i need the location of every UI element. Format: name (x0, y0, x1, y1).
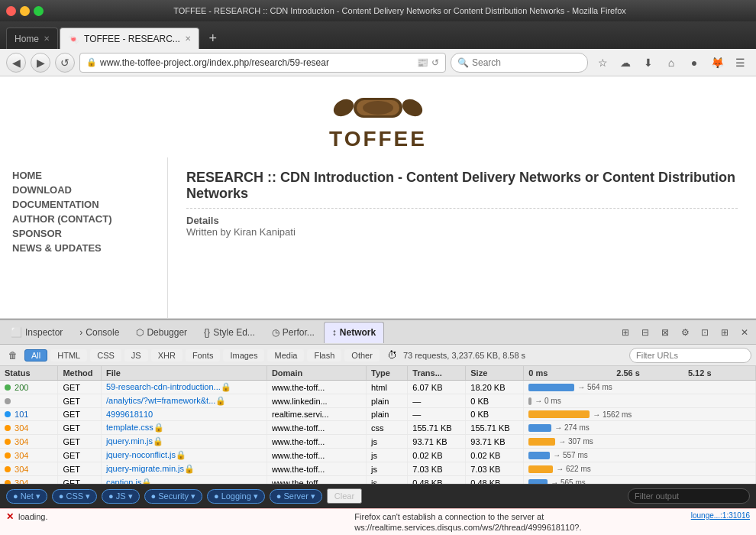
col-method[interactable]: Method (58, 366, 102, 381)
filter-js[interactable]: JS (124, 349, 148, 362)
synced-icon[interactable]: ☁ (615, 53, 635, 73)
undock-button[interactable]: ⊞ (716, 324, 733, 341)
back-button[interactable]: ◀ (6, 53, 26, 73)
tab-network[interactable]: ↕ Network (324, 322, 384, 343)
col-transfer[interactable]: Trans... (408, 366, 466, 381)
maximize-button[interactable] (34, 6, 44, 16)
col-status[interactable]: Status (0, 366, 58, 381)
cell-file[interactable]: /analytics/?wt=framework&t...🔒 (101, 394, 267, 408)
tab-inspector[interactable]: ⬜ Inspector (3, 322, 70, 343)
table-row[interactable]: 101 GET 4999618110 realtime.servi... pla… (0, 408, 756, 421)
console-clear-button[interactable]: Clear (327, 488, 362, 504)
col-type[interactable]: Type (367, 366, 408, 381)
timeline-bar (528, 424, 551, 432)
error-source-1[interactable]: lounge...:1:31016 (691, 511, 750, 520)
new-tab-button[interactable]: + (204, 29, 222, 47)
cell-method: GET (58, 435, 102, 449)
search-input[interactable] (472, 57, 586, 68)
cell-transfer: 7.03 KB (408, 462, 466, 476)
table-row[interactable]: 304 GET jquery.min.js🔒 www.the-toff... j… (0, 435, 756, 449)
filter-images[interactable]: Images (223, 349, 264, 362)
timeline-bar (528, 410, 590, 418)
status-code: 304 (15, 437, 28, 446)
filter-media[interactable]: Media (267, 349, 304, 362)
sidebar-item-home[interactable]: HOME (12, 170, 155, 181)
brand-logo: TOFFEE (0, 89, 756, 151)
filter-url-input[interactable] (629, 348, 751, 363)
tab-toffee-close[interactable]: ✕ (185, 34, 191, 43)
url-bar[interactable]: 🔒 📰 ↺ (79, 53, 446, 73)
sidebar-item-documentation[interactable]: DOCUMENTATION (12, 199, 155, 210)
table-row[interactable]: 304 GET jquery-noconflict.js🔒 www.the-to… (0, 449, 756, 462)
close-button[interactable] (6, 6, 16, 16)
dock-side-button[interactable]: ⊡ (696, 324, 713, 341)
cell-file[interactable]: template.css🔒 (101, 421, 267, 435)
home-icon[interactable]: ⌂ (661, 53, 681, 73)
error-icon-1: ✕ (6, 511, 14, 522)
settings-button[interactable]: ⚙ (677, 324, 693, 341)
console-filter-security[interactable]: ● Security ▾ (144, 489, 202, 504)
filter-html[interactable]: HTML (50, 349, 87, 362)
console-filter-logging[interactable]: ● Logging ▾ (207, 489, 265, 504)
window-controls[interactable] (6, 6, 44, 16)
clear-requests-button[interactable]: 🗑 (5, 347, 21, 364)
cell-size: 0.48 KB (466, 476, 524, 484)
panel-toggle-button[interactable]: ⊟ (637, 324, 654, 341)
console-filter-css[interactable]: ● CSS ▾ (52, 489, 97, 504)
sidebar-item-news[interactable]: NEWS & UPDATES (12, 242, 155, 254)
url-input[interactable] (100, 57, 414, 68)
table-row[interactable]: GET /analytics/?wt=framework&t...🔒 www.l… (0, 394, 756, 408)
table-row[interactable]: 304 GET caption.js🔒 www.the-toff... js 0… (0, 476, 756, 484)
tab-debugger[interactable]: ⬡ Debugger (128, 322, 195, 343)
filter-other[interactable]: Other (344, 349, 380, 362)
filter-fonts[interactable]: Fonts (186, 349, 221, 362)
sidebar-item-sponsor[interactable]: SPONSOR (12, 228, 155, 239)
tab-console[interactable]: › Console (72, 322, 127, 343)
filter-all[interactable]: All (24, 349, 47, 362)
reader-icon[interactable]: 📰 (417, 57, 428, 68)
table-row[interactable]: 304 GET jquery-migrate.min.js🔒 www.the-t… (0, 462, 756, 476)
cell-file[interactable]: 4999618110 (101, 408, 267, 421)
console-filter-js[interactable]: ● JS ▾ (102, 489, 140, 504)
split-view-button[interactable]: ⊠ (657, 324, 674, 341)
layout-toggle-button[interactable]: ⊞ (617, 324, 634, 341)
cell-file[interactable]: jquery-noconflict.js🔒 (101, 449, 267, 462)
filter-xhr[interactable]: XHR (151, 349, 183, 362)
col-size[interactable]: Size (466, 366, 524, 381)
tab-toffee[interactable]: 🍬 TOFFEE - RESEARC... ✕ (60, 28, 199, 49)
tab-home-close[interactable]: ✕ (44, 34, 50, 43)
table-row[interactable]: 304 GET template.css🔒 www.the-toff... cs… (0, 421, 756, 435)
console-filter-input[interactable] (628, 488, 750, 504)
refresh-icon[interactable]: ↺ (431, 57, 439, 68)
cell-timeline: → 0 ms (524, 394, 756, 408)
col-file[interactable]: File (101, 366, 267, 381)
forward-button[interactable]: ▶ (31, 53, 50, 73)
cell-size: 7.03 KB (466, 462, 524, 476)
sidebar-item-download[interactable]: DOWNLOAD (12, 184, 155, 196)
filter-css[interactable]: CSS (90, 349, 121, 362)
tab-home[interactable]: Home ✕ (6, 28, 58, 49)
bookmark-icon[interactable]: ☆ (593, 53, 612, 73)
tab-styleeditor[interactable]: {} Style Ed... (196, 322, 263, 343)
download-icon[interactable]: ⬇ (638, 53, 658, 73)
pocket-icon[interactable]: ● (684, 53, 704, 73)
close-devtools-button[interactable]: ✕ (736, 324, 753, 341)
firefox-icon[interactable]: 🦊 (707, 53, 727, 73)
cell-file[interactable]: 59-research-cdn-introduction...🔒 (101, 381, 267, 394)
sidebar-item-author[interactable]: AUTHOR (CONTACT) (12, 213, 155, 225)
reload-button[interactable]: ↺ (55, 53, 75, 73)
minimize-button[interactable] (20, 6, 30, 16)
console-filter-net[interactable]: ● Net ▾ (6, 489, 47, 504)
filter-flash[interactable]: Flash (307, 349, 341, 362)
tab-performance[interactable]: ◷ Perfor... (264, 322, 322, 343)
console-filter-server[interactable]: ● Server ▾ (270, 489, 322, 504)
search-bar[interactable]: 🔍 (451, 53, 588, 73)
col-domain[interactable]: Domain (267, 366, 366, 381)
cell-file[interactable]: jquery-migrate.min.js🔒 (101, 462, 267, 476)
cell-file[interactable]: jquery.min.js🔒 (101, 435, 267, 449)
col-timeline[interactable]: 0 ms 2.56 s 5.12 s (524, 366, 756, 381)
menu-icon[interactable]: ☰ (730, 53, 750, 73)
cell-file[interactable]: caption.js🔒 (101, 476, 267, 484)
cell-transfer: 0.48 KB (408, 476, 466, 484)
table-row[interactable]: 200 GET 59-research-cdn-introduction...🔒… (0, 381, 756, 394)
